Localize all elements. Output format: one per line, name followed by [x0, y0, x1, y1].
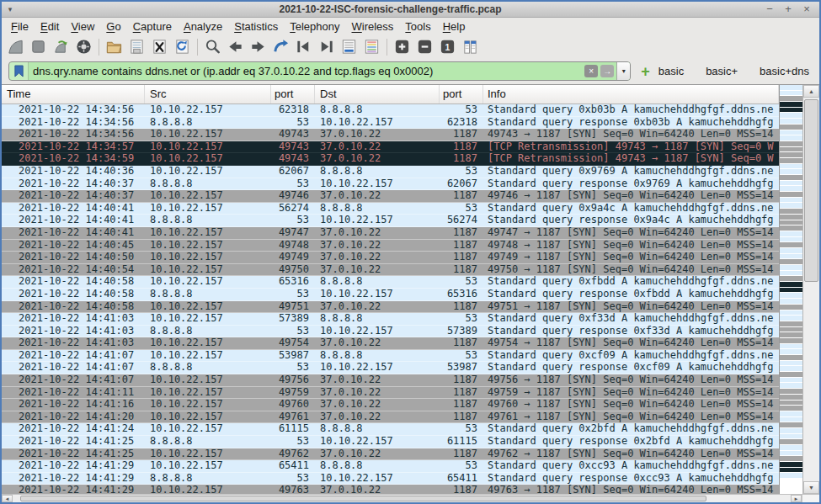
menu-tools[interactable]: Tools	[399, 19, 436, 34]
packet-row[interactable]: 2021-10-22 14:34:5610.10.22.1574974337.0…	[2, 129, 779, 141]
scroll-up-button[interactable]: ▲	[803, 85, 819, 98]
packet-row[interactable]: 2021-10-22 14:41:298.8.8.85310.10.22.157…	[2, 473, 779, 485]
packet-row[interactable]: 2021-10-22 14:40:5810.10.22.157653168.8.…	[2, 276, 779, 289]
packet-row[interactable]: 2021-10-22 14:40:5810.10.22.1574975137.0…	[2, 301, 779, 314]
packet-row[interactable]: 2021-10-22 14:34:5910.10.22.1574974337.0…	[2, 153, 779, 166]
packet-row[interactable]: 2021-10-22 14:34:568.8.8.85310.10.22.157…	[2, 117, 779, 130]
menu-file[interactable]: File	[5, 19, 35, 34]
column-header-dst[interactable]: Dst	[315, 85, 440, 103]
resize-columns-button[interactable]	[459, 36, 482, 57]
minimap-stripe	[780, 316, 802, 321]
vertical-scroll-thumb[interactable]	[804, 99, 818, 282]
zoom-in-button[interactable]	[391, 36, 413, 57]
go-forward-button[interactable]	[247, 36, 269, 57]
menu-statistics[interactable]: Statistics	[228, 19, 284, 34]
packet-row[interactable]: 2021-10-22 14:41:0710.10.22.157539878.8.…	[2, 350, 779, 363]
go-back-button[interactable]	[224, 36, 247, 57]
packet-row[interactable]: 2021-10-22 14:40:4110.10.22.1574974737.0…	[2, 227, 779, 240]
scroll-down-button[interactable]: ▼	[803, 481, 819, 494]
packet-row[interactable]: 2021-10-22 14:41:2910.10.22.157654118.8.…	[2, 460, 779, 473]
colorize-button[interactable]	[360, 36, 383, 57]
display-filter-input[interactable]	[29, 65, 584, 77]
scroll-left-button[interactable]: ◄	[2, 495, 13, 502]
menu-go[interactable]: Go	[100, 19, 126, 34]
filter-dropdown-button[interactable]: ▾	[616, 62, 630, 80]
minimize-button[interactable]: −	[762, 3, 777, 16]
go-to-packet-button[interactable]	[269, 36, 292, 57]
filter-clear-button[interactable]: ×	[584, 65, 598, 77]
menu-edit[interactable]: Edit	[35, 19, 65, 34]
intelligent-scrollbar-minimap[interactable]	[779, 85, 802, 494]
packet-row[interactable]: 2021-10-22 14:40:418.8.8.85310.10.22.157…	[2, 215, 779, 227]
capture-options-button[interactable]	[72, 36, 95, 57]
restart-capture-button[interactable]	[50, 36, 72, 57]
column-header-time[interactable]: Time	[2, 85, 145, 103]
packet-row[interactable]: 2021-10-22 14:40:4110.10.22.157562748.8.…	[2, 203, 779, 215]
cell-info: [TCP Retransmission] 49743 → 1187 [SYN] …	[483, 141, 779, 153]
packet-row[interactable]: 2021-10-22 14:40:378.8.8.85310.10.22.157…	[2, 178, 779, 191]
packet-row[interactable]: 2021-10-22 14:40:3710.10.22.1574974637.0…	[2, 190, 779, 203]
menu-view[interactable]: View	[65, 19, 100, 34]
start-capture-button[interactable]	[4, 36, 27, 57]
packet-row[interactable]: 2021-10-22 14:41:1610.10.22.1574976037.0…	[2, 399, 779, 411]
filter-add-button[interactable]: +	[641, 64, 650, 79]
packet-row[interactable]: 2021-10-22 14:41:078.8.8.85310.10.22.157…	[2, 362, 779, 374]
go-first-button[interactable]	[292, 36, 315, 57]
packet-row[interactable]: 2021-10-22 14:41:258.8.8.85310.10.22.157…	[2, 436, 779, 448]
filter-preset-basic-plusdns[interactable]: basic+dns	[760, 65, 809, 77]
packet-row[interactable]: 2021-10-22 14:41:1110.10.22.1574975937.0…	[2, 387, 779, 400]
autoscroll-button[interactable]	[338, 36, 360, 57]
scroll-right-button[interactable]: ►	[791, 495, 802, 502]
cell-dport: 1187	[440, 485, 483, 494]
packet-row[interactable]: 2021-10-22 14:41:0710.10.22.1574975637.0…	[2, 374, 779, 387]
packet-row[interactable]: 2021-10-22 14:40:5410.10.22.1574975037.0…	[2, 264, 779, 277]
horizontal-scrollbar[interactable]: ◄ ►	[2, 494, 819, 502]
menu-telephony[interactable]: Telephony	[284, 19, 345, 34]
filter-apply-button[interactable]: →	[600, 65, 614, 77]
column-header-dport[interactable]: port	[440, 85, 483, 103]
go-last-button[interactable]	[315, 36, 338, 57]
column-header-sport[interactable]: port	[271, 85, 315, 103]
zoom-out-button[interactable]	[413, 36, 436, 57]
close-file-button[interactable]	[148, 36, 171, 57]
packet-row[interactable]: 2021-10-22 14:40:4510.10.22.1574974837.0…	[2, 240, 779, 252]
packet-row[interactable]: 2021-10-22 14:34:5710.10.22.1574974337.0…	[2, 141, 779, 154]
packet-row[interactable]: 2021-10-22 14:34:5610.10.22.157623188.8.…	[2, 104, 779, 117]
horizontal-scroll-thumb[interactable]	[20, 496, 706, 501]
cell-dst: 10.10.22.157	[315, 326, 440, 337]
filter-preset-basic[interactable]: basic	[658, 65, 684, 77]
window-menu-icon[interactable]: ▾	[2, 5, 19, 13]
menu-capture[interactable]: Capture	[127, 19, 178, 34]
packet-row[interactable]: 2021-10-22 14:41:0310.10.22.157573898.8.…	[2, 313, 779, 326]
find-packet-button[interactable]	[201, 36, 224, 57]
save-file-button[interactable]	[125, 36, 148, 57]
packet-row[interactable]: 2021-10-22 14:41:0310.10.22.1574975437.0…	[2, 337, 779, 350]
packet-row[interactable]: 2021-10-22 14:40:3610.10.22.157620678.8.…	[2, 166, 779, 178]
menu-wireless[interactable]: Wireless	[346, 19, 400, 34]
maximize-button[interactable]: +	[781, 3, 796, 16]
horizontal-scroll-track[interactable]	[13, 495, 791, 502]
minimap-stripe	[780, 113, 802, 118]
filter-bookmark-button[interactable]	[9, 62, 29, 80]
packet-row[interactable]: 2021-10-22 14:41:038.8.8.85310.10.22.157…	[2, 326, 779, 338]
menu-analyze[interactable]: Analyze	[178, 19, 228, 34]
column-header-src[interactable]: Src	[145, 85, 271, 103]
packet-row[interactable]: 2021-10-22 14:40:5010.10.22.1574974937.0…	[2, 252, 779, 264]
packet-row[interactable]: 2021-10-22 14:41:2510.10.22.1574976237.0…	[2, 448, 779, 461]
filter-preset-basic-plus[interactable]: basic+	[706, 65, 738, 77]
menu-help[interactable]: Help	[437, 19, 472, 34]
vertical-scroll-track[interactable]	[803, 98, 819, 481]
packet-row[interactable]: 2021-10-22 14:40:588.8.8.85310.10.22.157…	[2, 289, 779, 301]
cell-dst: 37.0.10.22	[315, 301, 440, 313]
stop-capture-button[interactable]	[27, 36, 50, 57]
column-header-info[interactable]: Info	[483, 85, 779, 103]
packet-row[interactable]: 2021-10-22 14:41:2910.10.22.1574976337.0…	[2, 485, 779, 494]
zoom-original-button[interactable]	[436, 36, 459, 57]
reload-file-button[interactable]	[171, 36, 194, 57]
packet-row[interactable]: 2021-10-22 14:41:2010.10.22.1574976137.0…	[2, 411, 779, 424]
packet-row[interactable]: 2021-10-22 14:41:2410.10.22.157611158.8.…	[2, 423, 779, 436]
open-file-button[interactable]	[103, 36, 125, 57]
close-button[interactable]: ×	[799, 3, 814, 16]
vertical-scrollbar[interactable]: ▲ ▼	[802, 85, 819, 494]
window-controls: − + ×	[762, 3, 819, 16]
